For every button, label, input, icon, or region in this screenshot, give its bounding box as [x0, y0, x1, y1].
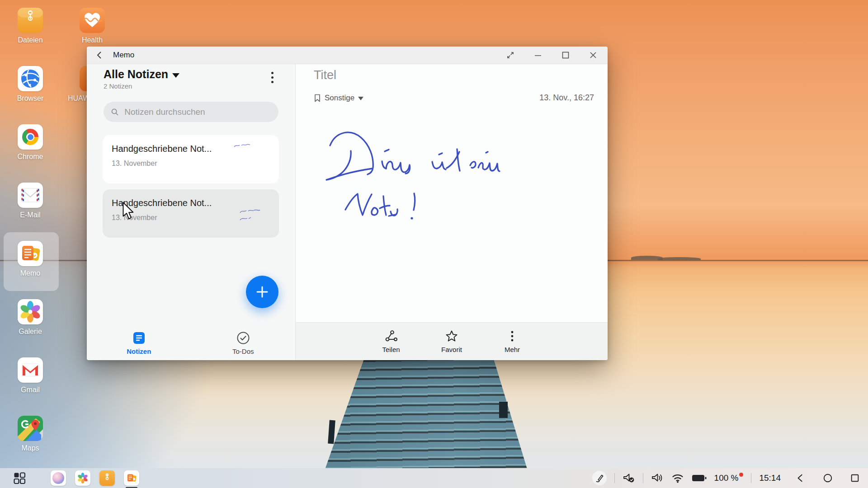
- desktop-icon-browser[interactable]: Browser: [5, 66, 55, 103]
- folder-selector[interactable]: Alle Notizen: [104, 68, 279, 81]
- todos-tab-icon: [236, 331, 250, 345]
- browser-sphere-icon: [52, 472, 64, 484]
- gallery-icon: [18, 299, 43, 324]
- note-list-item[interactable]: Handgeschriebene Not... 13. November: [103, 135, 279, 183]
- tab-notizen[interactable]: Notizen: [87, 326, 191, 360]
- plus-icon: [255, 285, 269, 299]
- chrome-icon: [18, 124, 43, 150]
- desktop-icon-label: Maps: [5, 444, 55, 452]
- back-button[interactable]: [94, 50, 105, 61]
- share-button[interactable]: Teilen: [371, 330, 411, 353]
- note-date: 13. November: [112, 160, 270, 168]
- clock[interactable]: 15:14: [759, 473, 781, 483]
- health-icon: [80, 8, 105, 33]
- chevron-down-icon: [358, 97, 363, 100]
- search-input[interactable]: [123, 107, 271, 117]
- note-title-placeholder[interactable]: Titel: [314, 68, 608, 82]
- minimize-button[interactable]: [533, 50, 543, 61]
- files-icon: [101, 472, 113, 484]
- taskbar-app-memo[interactable]: [124, 470, 139, 486]
- maximize-button[interactable]: [560, 50, 571, 61]
- notes-count: 2 Notizen: [104, 82, 279, 90]
- note-thumbnail: [233, 142, 251, 150]
- taskbar-app-dateien[interactable]: [99, 470, 115, 486]
- window-titlebar[interactable]: Memo: [87, 47, 608, 64]
- divider: [643, 473, 643, 483]
- note-thumbnail: [237, 207, 266, 225]
- desktop-icon-label: Health: [67, 36, 117, 44]
- desktop-icon-galerie[interactable]: Galerie: [5, 299, 55, 336]
- pier-post: [499, 402, 508, 418]
- desktop-icon-chrome[interactable]: Chrome: [5, 124, 55, 161]
- nav-back-icon[interactable]: [796, 473, 806, 483]
- note-title: Handgeschriebene Not...: [112, 198, 270, 208]
- desktop-icon-label: Gmail: [5, 386, 55, 394]
- browser-icon: [18, 66, 43, 91]
- desktop-icon-dateien[interactable]: Dateien: [5, 8, 55, 44]
- close-button[interactable]: [588, 50, 599, 61]
- desktop-icon-label: E-Mail: [5, 211, 55, 219]
- tab-label: Notizen: [127, 347, 151, 355]
- app-launcher-icon[interactable]: [14, 472, 25, 484]
- notes-list-panel: Alle Notizen 2 Notizen Handgeschriebene …: [87, 64, 295, 360]
- sound-mode-icon[interactable]: [623, 472, 635, 484]
- handwriting-input-button[interactable]: [592, 471, 607, 485]
- desktop-icon-label: Chrome: [5, 153, 55, 161]
- wifi-icon[interactable]: [671, 473, 684, 483]
- notes-tab-icon: [133, 331, 145, 345]
- wallpaper-hill: [658, 257, 701, 260]
- nav-home-icon[interactable]: [823, 473, 833, 483]
- fullscreen-button[interactable]: [505, 50, 516, 61]
- maps-icon: [18, 416, 43, 441]
- more-menu-button[interactable]: [266, 70, 278, 85]
- favorite-button[interactable]: Favorit: [431, 330, 472, 353]
- category-label: Sonstige: [325, 94, 354, 103]
- taskbar-app-galerie[interactable]: [75, 470, 90, 486]
- battery-icon[interactable]: [692, 474, 707, 482]
- category-selector[interactable]: Sonstige: [314, 94, 363, 103]
- window-title: Memo: [113, 51, 134, 60]
- gallery-icon: [76, 472, 89, 484]
- chevron-down-icon: [172, 73, 179, 78]
- divider: [614, 473, 615, 483]
- note-timestamp: 13. Nov., 16:27: [539, 93, 594, 103]
- desktop-icon-label: Dateien: [5, 36, 55, 44]
- memo-window: Memo Alle Not: [87, 47, 608, 360]
- desktop-icon-label: Memo: [5, 269, 55, 277]
- gmail-icon: [18, 357, 43, 383]
- desktop-icon-gmail[interactable]: Gmail: [5, 357, 55, 394]
- add-note-button[interactable]: [246, 276, 278, 308]
- desktop-icon-email[interactable]: E-Mail: [5, 183, 55, 219]
- desktop-icon-health[interactable]: Health: [67, 8, 117, 44]
- nav-recents-icon[interactable]: [850, 473, 860, 483]
- more-dots-icon: [506, 330, 519, 343]
- editor-toolbar: Teilen Favorit Mehr: [296, 322, 608, 360]
- desktop: Dateien Browser Chrome E-Mail Memo Galer…: [0, 0, 868, 488]
- tab-label: To-Dos: [232, 347, 254, 355]
- star-icon: [445, 330, 458, 343]
- desktop-icon-maps[interactable]: Maps: [5, 416, 55, 452]
- desktop-icon-memo[interactable]: Memo: [5, 241, 55, 277]
- desktop-icon-label: Galerie: [5, 328, 55, 336]
- handwriting-strokes[interactable]: [318, 126, 535, 239]
- search-bar[interactable]: [104, 102, 278, 122]
- bottom-tabs: Notizen To-Dos: [87, 326, 295, 360]
- email-icon: [18, 183, 43, 208]
- more-button[interactable]: Mehr: [492, 330, 533, 353]
- files-icon: [18, 8, 43, 33]
- folder-heading: Alle Notizen: [104, 68, 168, 81]
- toolbar-label: Teilen: [382, 346, 400, 353]
- taskbar-app-browser[interactable]: [51, 470, 66, 486]
- volume-icon[interactable]: [651, 472, 664, 484]
- toolbar-label: Mehr: [505, 346, 520, 353]
- stylus-pen-icon: [595, 474, 604, 483]
- notification-dot: [739, 473, 743, 477]
- mouse-cursor: [121, 202, 135, 221]
- note-editor-panel: Titel Sonstige 13. Nov., 16:27: [295, 64, 608, 360]
- battery-percent[interactable]: 100 %: [714, 473, 744, 483]
- tab-todos[interactable]: To-Dos: [191, 326, 296, 360]
- taskbar: 100 % 15:14: [0, 468, 868, 488]
- bookmark-icon: [314, 94, 321, 103]
- share-icon: [384, 330, 398, 343]
- desktop-icon-label: Browser: [5, 94, 55, 103]
